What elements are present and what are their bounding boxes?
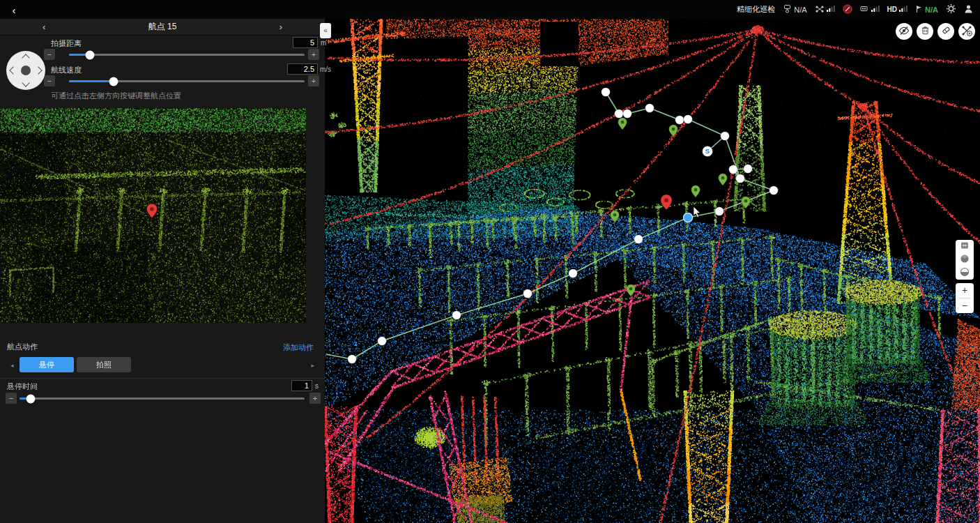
hover-time-label: 悬停时间 — [7, 381, 38, 392]
hd-signal: HD — [887, 5, 908, 14]
dpad-down-button[interactable] — [21, 78, 31, 88]
route-speed-decrease-button[interactable]: − — [44, 75, 55, 86]
dpad-up-button[interactable] — [21, 53, 31, 63]
hover-time-input[interactable] — [291, 380, 312, 391]
erase-route-button[interactable] — [937, 23, 954, 40]
view-mode-toolbar — [956, 240, 974, 280]
slider-thumb[interactable] — [26, 394, 36, 403]
rtk-status: N/A — [915, 5, 938, 15]
zoom-out-button[interactable]: − — [956, 298, 974, 313]
dpad-right-button[interactable] — [33, 66, 43, 75]
action-photo-button[interactable]: 拍照 — [77, 357, 131, 372]
collapse-panel-button[interactable]: « — [320, 23, 331, 38]
hover-time-slider[interactable] — [20, 397, 305, 400]
shoot-distance-unit: m — [321, 39, 326, 47]
waypoint-actions-label: 航点动作 — [7, 342, 38, 352]
account-button[interactable] — [964, 4, 973, 15]
route-speed-increase-button[interactable]: + — [308, 75, 319, 86]
chevron-up-icon — [22, 54, 29, 61]
shoot-distance-label: 拍摄距离 — [51, 38, 82, 49]
flag-icon — [915, 5, 923, 15]
chevron-left-icon — [9, 66, 17, 74]
chevron-down-icon — [22, 79, 29, 86]
gimbal-status-value: N/A — [794, 6, 806, 14]
hide-waypoints-button[interactable] — [896, 23, 912, 40]
actions-scroll-left-button[interactable]: ◂ — [6, 361, 18, 370]
hover-time-decrease-button[interactable]: − — [6, 393, 17, 404]
gimbal-icon — [783, 4, 792, 15]
controller-signal — [860, 5, 880, 14]
screen-view-button[interactable] — [956, 240, 974, 253]
drone-add-icon — [961, 25, 972, 38]
action-hover-button[interactable]: 悬停 — [20, 357, 74, 372]
eye-off-icon — [898, 25, 910, 38]
next-waypoint-button[interactable]: › — [275, 21, 286, 33]
section-divider — [0, 378, 325, 379]
dpad-left-button[interactable] — [8, 66, 18, 75]
top-bar: ‹ 精细化巡检 N/A HD N — [0, 0, 980, 19]
signal-bars-icon — [827, 5, 835, 14]
alert-status-icon — [843, 4, 852, 15]
remote-controller-icon — [860, 5, 869, 14]
zoom-toolbar: + − — [956, 283, 974, 313]
shoot-distance-slider[interactable] — [69, 54, 305, 56]
waypoint-dpad[interactable] — [6, 51, 45, 90]
waypoint-panel: ‹ 航点 15 › 拍摄距离 m − + 航线速度 m/s − + 可通过点击左… — [0, 19, 325, 523]
zoom-in-button[interactable]: + — [956, 283, 974, 298]
app-window: ‹ 精细化巡检 N/A HD N — [0, 0, 980, 523]
hd-label: HD — [887, 6, 897, 13]
screen-icon — [960, 241, 970, 252]
trash-icon — [920, 25, 931, 38]
route-speed-label: 航线速度 — [51, 65, 82, 75]
shoot-distance-decrease-button[interactable]: − — [44, 49, 55, 60]
drone-icon — [815, 5, 825, 15]
mode-title: 精细化巡检 — [737, 4, 775, 15]
waypoint-title: 航点 15 — [148, 21, 177, 33]
waypoint-preview-image — [0, 108, 306, 323]
dpad-center-dot — [21, 66, 31, 75]
route-speed-slider[interactable] — [69, 80, 305, 82]
hover-time-unit: s — [315, 382, 319, 390]
cube-3d-icon — [960, 254, 970, 266]
shoot-distance-increase-button[interactable]: + — [308, 49, 319, 60]
drone-signal — [815, 5, 835, 15]
pointcloud-viewport[interactable]: S — [325, 19, 980, 523]
chevron-right-icon — [34, 66, 42, 74]
signal-bars-icon — [871, 5, 880, 14]
hover-time-increase-button[interactable]: + — [309, 393, 321, 404]
slider-thumb[interactable] — [86, 50, 95, 59]
globe-view-button[interactable] — [956, 266, 974, 280]
slider-thumb[interactable] — [109, 77, 118, 86]
signal-bars-icon — [899, 5, 908, 14]
rtk-status-value: N/A — [925, 6, 938, 14]
dpad-hint-text: 可通过点击左侧方向按键调整航点位置 — [51, 91, 181, 101]
globe-icon — [960, 267, 970, 279]
prev-waypoint-button[interactable]: ‹ — [38, 21, 49, 33]
actions-scroll-right-button[interactable]: ▸ — [307, 361, 319, 370]
gimbal-status: N/A — [783, 4, 806, 15]
delete-waypoint-button[interactable] — [917, 23, 933, 40]
add-waypoint-button[interactable] — [958, 23, 975, 40]
back-button[interactable]: ‹ — [0, 0, 28, 19]
route-speed-input[interactable] — [287, 63, 318, 75]
pointcloud-canvas[interactable] — [325, 19, 980, 523]
eraser-icon — [941, 25, 951, 38]
waypoint-header: ‹ 航点 15 › — [0, 19, 325, 36]
route-speed-unit: m/s — [320, 66, 331, 73]
add-action-link[interactable]: 添加动作 — [279, 342, 318, 354]
settings-button[interactable] — [946, 3, 956, 16]
shoot-distance-input[interactable] — [293, 37, 318, 48]
cube-view-button[interactable] — [956, 253, 974, 266]
